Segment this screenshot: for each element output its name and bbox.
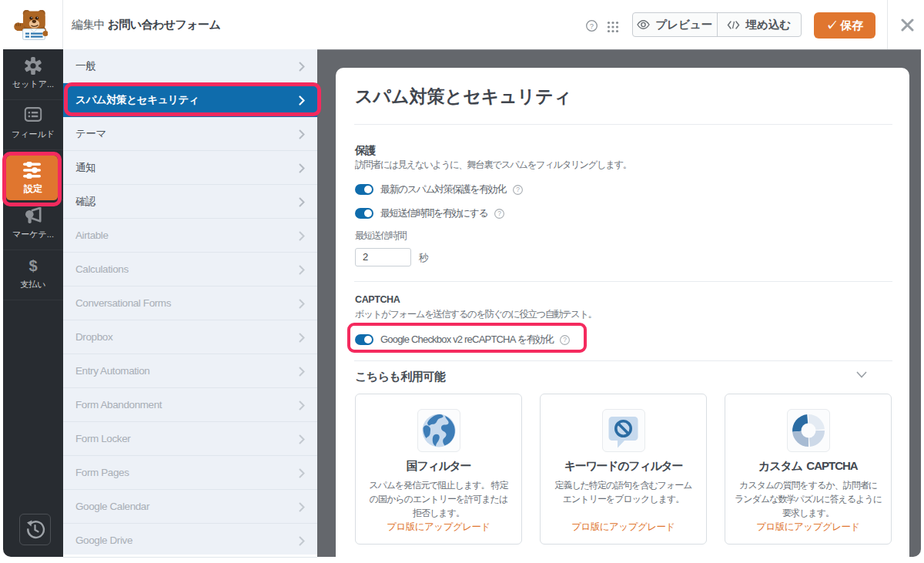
svg-text:?: ? <box>497 209 501 217</box>
svg-text:?: ? <box>516 186 520 193</box>
svg-text:$: $ <box>28 257 37 274</box>
svg-text:?: ? <box>590 22 594 30</box>
